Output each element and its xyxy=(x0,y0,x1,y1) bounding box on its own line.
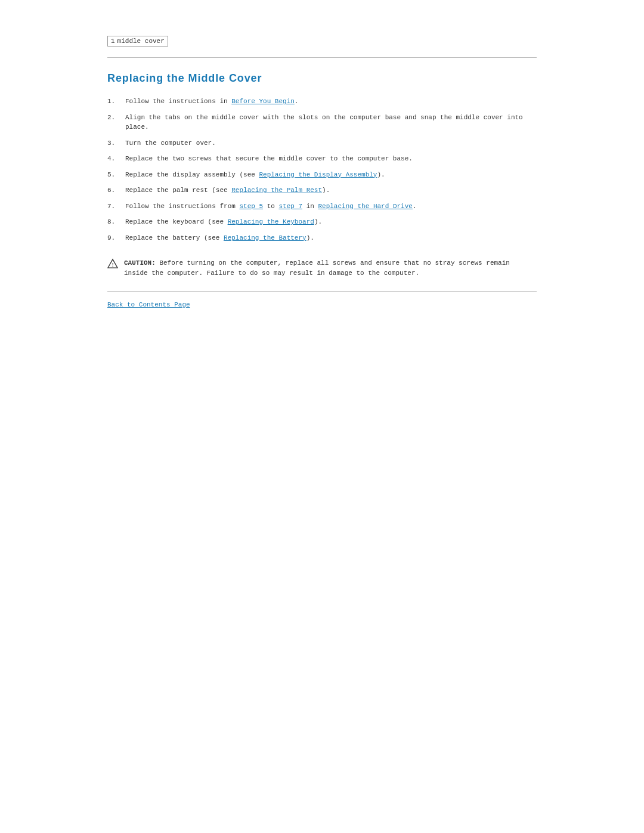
breadcrumb-label: middle cover xyxy=(117,38,165,45)
replacing-display-assembly-link[interactable]: Replacing the Display Assembly xyxy=(259,171,377,178)
step-text: Align the tabs on the middle cover with … xyxy=(125,113,537,132)
steps-list: 1. Follow the instructions in Before You… xyxy=(107,97,537,243)
step-text: Replace the battery (see Replacing the B… xyxy=(125,233,537,243)
list-item: 4. Replace the two screws that secure th… xyxy=(107,154,537,164)
bottom-divider xyxy=(107,291,537,292)
step-number: 6. xyxy=(107,185,125,196)
step-number: 1. xyxy=(107,97,125,107)
caution-text: CAUTION: Before turning on the computer,… xyxy=(124,258,537,278)
step-number: 5. xyxy=(107,170,125,180)
step-text: Follow the instructions from step 5 to s… xyxy=(125,202,537,212)
top-divider xyxy=(107,57,537,58)
step-text: Replace the palm rest (see Replacing the… xyxy=(125,185,537,196)
replacing-hard-drive-link[interactable]: Replacing the Hard Drive xyxy=(318,203,412,210)
caution-box: ! CAUTION: Before turning on the compute… xyxy=(107,255,537,281)
replacing-battery-link[interactable]: Replacing the Battery xyxy=(224,234,306,241)
back-to-contents-link[interactable]: Back to Contents Page xyxy=(107,301,190,308)
replacing-keyboard-link[interactable]: Replacing the Keyboard xyxy=(228,218,314,225)
step-text: Follow the instructions in Before You Be… xyxy=(125,97,537,107)
replacing-palm-rest-link[interactable]: Replacing the Palm Rest xyxy=(231,187,322,194)
step-number: 8. xyxy=(107,217,125,227)
caution-description: Before turning on the computer, replace … xyxy=(124,259,510,277)
svg-text:!: ! xyxy=(112,262,114,268)
breadcrumb: 1 middle cover xyxy=(107,36,537,47)
list-item: 6. Replace the palm rest (see Replacing … xyxy=(107,185,537,196)
step-text: Replace the keyboard (see Replacing the … xyxy=(125,217,537,227)
list-item: 9. Replace the battery (see Replacing th… xyxy=(107,233,537,243)
caution-icon: ! xyxy=(107,258,118,269)
step-text: Replace the two screws that secure the m… xyxy=(125,154,537,164)
step-number: 3. xyxy=(107,138,125,148)
before-you-begin-link[interactable]: Before You Begin xyxy=(231,98,295,105)
list-item: 1. Follow the instructions in Before You… xyxy=(107,97,537,107)
list-item: 2. Align the tabs on the middle cover wi… xyxy=(107,113,537,132)
step-text: Replace the display assembly (see Replac… xyxy=(125,170,537,180)
step-number: 2. xyxy=(107,113,125,123)
step7-link[interactable]: step 7 xyxy=(278,203,302,210)
list-item: 7. Follow the instructions from step 5 t… xyxy=(107,202,537,212)
back-link-container: Back to Contents Page xyxy=(107,301,537,308)
step-number: 4. xyxy=(107,154,125,164)
step-number: 9. xyxy=(107,233,125,243)
step5-link[interactable]: step 5 xyxy=(239,203,263,210)
page-title: Replacing the Middle Cover xyxy=(107,72,537,85)
step-number: 7. xyxy=(107,202,125,212)
list-item: 3. Turn the computer over. xyxy=(107,138,537,148)
list-item: 8. Replace the keyboard (see Replacing t… xyxy=(107,217,537,227)
step-text: Turn the computer over. xyxy=(125,138,537,148)
breadcrumb-number: 1 xyxy=(111,38,115,45)
caution-label: CAUTION: xyxy=(124,259,156,267)
list-item: 5. Replace the display assembly (see Rep… xyxy=(107,170,537,180)
